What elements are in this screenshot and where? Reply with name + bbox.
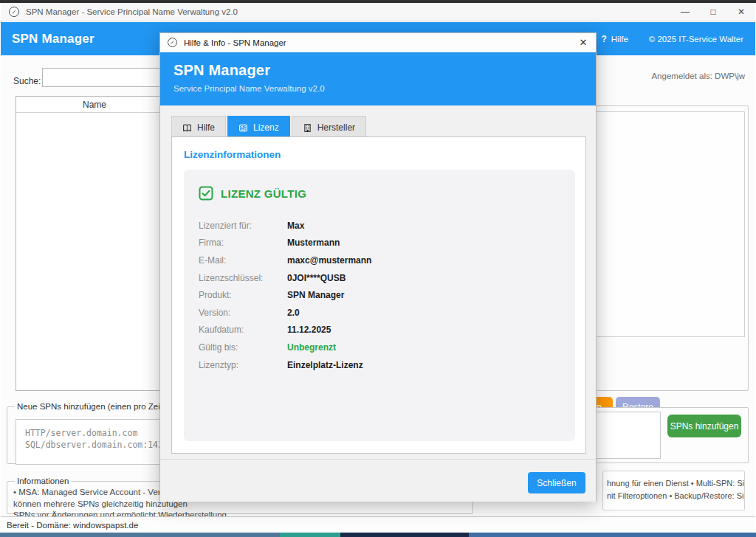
dialog-tabs: Hilfe Lizenz Hersteller <box>171 116 366 139</box>
text-line: hnung für einen Dienst • Multi-SPN: Sie <box>607 477 745 490</box>
license-field-value: SPN Manager <box>287 290 344 300</box>
tab-hersteller[interactable]: Hersteller <box>292 116 366 139</box>
dialog-icon: ✓ <box>168 38 177 47</box>
license-field-value: Unbegrenzt <box>287 342 336 353</box>
close-dialog-button[interactable]: Schließen <box>528 472 585 493</box>
dialog-title: Hilfe & Info - SPN Manager <box>184 38 286 47</box>
text-line: nit Filteroptionen • Backup/Restore: Sic… <box>607 490 745 502</box>
search-label: Suche: <box>13 76 41 86</box>
license-field-label: Lizenzschlüssel: <box>199 273 287 283</box>
window-titlebar: ✓ SPN Manager - Service Principal Name V… <box>1 3 755 21</box>
license-tab-content: Lizenzinformationen LIZENZ GÜLTIG Lizenz… <box>171 136 586 454</box>
license-field-value: Mustermann <box>287 238 340 248</box>
license-field-row: Version:2.0 <box>199 304 560 322</box>
license-field-row: Firma:Mustermann <box>199 235 560 252</box>
license-field-label: Lizenztyp: <box>199 360 287 370</box>
building-icon <box>303 123 312 133</box>
license-field-value: 0JOI****QUSB <box>287 273 346 283</box>
license-field-value: Max <box>287 221 304 231</box>
info-legend: Informationen <box>15 477 71 485</box>
license-badge-icon <box>238 123 248 133</box>
license-field-label: Lizenziert für: <box>199 221 287 231</box>
dialog-titlebar: ✓ Hilfe & Info - SPN Manager ✕ <box>160 33 596 52</box>
add-spn-legend: Neue SPNs hinzufügen (einen pro Zeile) <box>15 402 171 411</box>
license-fields: Lizenziert für:MaxFirma:MustermannE-Mail… <box>199 217 560 373</box>
license-field-row: Lizenziert für:Max <box>199 217 560 235</box>
license-field-label: Kaufdatum: <box>199 325 287 335</box>
license-field-label: Produkt: <box>199 290 287 300</box>
dialog-close-icon[interactable]: ✕ <box>571 33 596 52</box>
license-field-row: Kaufdatum:11.12.2025 <box>199 322 560 339</box>
license-field-row: Produkt:SPN Manager <box>199 286 560 304</box>
dialog-footer: Schließen <box>160 459 596 502</box>
license-field-value: 2.0 <box>287 308 300 318</box>
license-status-label: LIZENZ GÜLTIG <box>221 187 306 200</box>
dialog-header-subtitle: Service Principal Name Verwaltung v2.0 <box>173 84 596 93</box>
license-field-value: Einzelplatz-Lizenz <box>287 360 363 370</box>
license-field-row: Lizenztyp:Einzelplatz-Lizenz <box>199 356 560 374</box>
tab-hersteller-label: Hersteller <box>317 122 355 133</box>
help-link[interactable]: ? Hilfe <box>601 34 628 44</box>
help-label: Hilfe <box>611 35 628 44</box>
app-brand: SPN Manager <box>12 32 94 46</box>
copyright-text: © 2025 IT-Service Walter <box>649 35 743 44</box>
desktop-edge <box>0 533 756 537</box>
window-title: SPN Manager - Service Principal Name Ver… <box>26 7 238 16</box>
info-right-box: hnung für einen Dienst • Multi-SPN: Sien… <box>602 471 745 510</box>
status-text: Bereit - Domäne: windowspapst.de <box>7 521 138 530</box>
license-field-label: Firma: <box>199 238 287 248</box>
status-bar: Bereit - Domäne: windowspapst.de <box>1 516 755 533</box>
list-column-header[interactable]: Name <box>16 97 173 113</box>
tab-lizenz-label: Lizenz <box>253 122 279 133</box>
book-icon <box>182 123 192 133</box>
close-button[interactable]: ✕ <box>727 3 755 21</box>
license-field-row: E-Mail:maxc@mustermann <box>199 252 560 269</box>
license-field-value: maxc@mustermann <box>287 255 371 266</box>
checkbox-check-icon <box>199 186 213 201</box>
section-title: Lizenzinformationen <box>184 149 585 160</box>
license-field-row: Lizenzschlüssel:0JOI****QUSB <box>199 269 560 287</box>
license-field-label: Gültig bis: <box>199 342 287 353</box>
help-info-dialog: ✓ Hilfe & Info - SPN Manager ✕ SPN Manag… <box>159 32 597 502</box>
minimize-button[interactable]: — <box>671 3 699 21</box>
app-icon: ✓ <box>9 7 19 17</box>
tab-hilfe[interactable]: Hilfe <box>171 116 226 139</box>
add-spns-button[interactable]: SPNs hinzufügen <box>667 415 741 437</box>
question-icon: ? <box>601 34 606 44</box>
license-field-label: Version: <box>199 308 287 318</box>
maximize-button[interactable]: □ <box>699 3 727 21</box>
license-status: LIZENZ GÜLTIG <box>199 186 560 201</box>
dialog-header-title: SPN Manager <box>173 62 596 79</box>
license-field-label: E-Mail: <box>199 255 287 266</box>
license-card: LIZENZ GÜLTIG Lizenziert für:MaxFirma:Mu… <box>184 170 575 441</box>
dialog-header: SPN Manager Service Principal Name Verwa… <box>160 52 596 105</box>
info-right-text: hnung für einen Dienst • Multi-SPN: Sien… <box>607 477 745 502</box>
logged-in-text: Angemeldet als: DWP\jw <box>651 72 745 80</box>
tab-lizenz[interactable]: Lizenz <box>227 116 290 139</box>
tab-hilfe-label: Hilfe <box>197 122 215 133</box>
license-field-row: Gültig bis:Unbegrenzt <box>199 339 560 356</box>
license-field-value: 11.12.2025 <box>287 325 331 335</box>
